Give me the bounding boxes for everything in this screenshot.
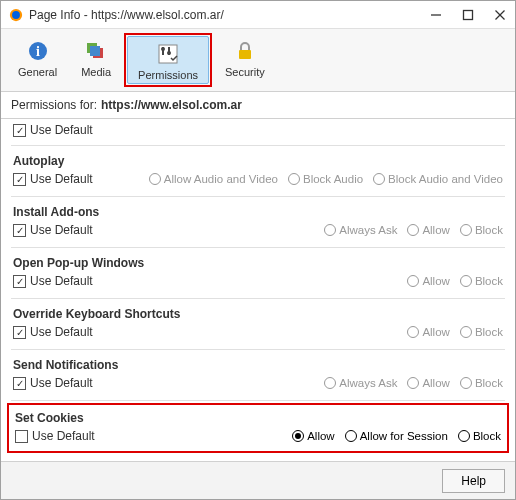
- section-install-addons: Install Add-ons ✓Use Default Always Ask …: [11, 197, 505, 248]
- section-shortcuts: Override Keyboard Shortcuts ✓Use Default…: [11, 299, 505, 350]
- radio-option: Always Ask: [324, 224, 397, 236]
- tab-media[interactable]: Media: [70, 33, 122, 87]
- use-default-checkbox[interactable]: ✓Use Default: [13, 325, 93, 339]
- tab-security[interactable]: Security: [214, 33, 276, 87]
- radio-option: Allow: [407, 224, 449, 236]
- radio-option: Block: [460, 326, 503, 338]
- permissions-list[interactable]: ✓Use Default Autoplay ✓Use Default Allow…: [1, 119, 515, 461]
- svg-text:i: i: [36, 44, 40, 59]
- tab-label: Media: [81, 66, 111, 78]
- section-share-screen: Share the Screen ✓Use Default Always Ask…: [11, 453, 505, 461]
- section-title: Autoplay: [13, 154, 503, 168]
- use-default-checkbox[interactable]: ✓Use Default: [13, 123, 93, 137]
- permissions-for-label: Permissions for:: [11, 98, 97, 112]
- permissions-for: Permissions for: https://www.elsol.com.a…: [1, 92, 515, 119]
- maximize-button[interactable]: [461, 8, 475, 22]
- tab-label: General: [18, 66, 57, 78]
- tab-permissions[interactable]: Permissions: [127, 36, 209, 84]
- radio-option: Allow Audio and Video: [149, 173, 278, 185]
- radio-option: Block: [460, 224, 503, 236]
- svg-rect-3: [464, 10, 473, 19]
- radio-option: Block: [460, 377, 503, 389]
- section-set-cookies: Set Cookies Use Default Allow Allow for …: [7, 403, 509, 453]
- tab-general[interactable]: i General: [7, 33, 68, 87]
- section-notifications: Send Notifications ✓Use Default Always A…: [11, 350, 505, 401]
- help-button[interactable]: Help: [442, 469, 505, 493]
- tab-label: Permissions: [138, 69, 198, 81]
- section-title: Install Add-ons: [13, 205, 503, 219]
- use-default-checkbox[interactable]: Use Default: [15, 429, 95, 443]
- lock-icon: [232, 38, 258, 64]
- use-default-checkbox[interactable]: ✓Use Default: [13, 376, 93, 390]
- section-autoplay: Autoplay ✓Use Default Allow Audio and Vi…: [11, 146, 505, 197]
- section-popups: Open Pop-up Windows ✓Use Default Allow B…: [11, 248, 505, 299]
- window-title: Page Info - https://www.elsol.com.ar/: [29, 8, 429, 22]
- use-default-checkbox[interactable]: ✓Use Default: [13, 223, 93, 237]
- permissions-url: https://www.elsol.com.ar: [101, 98, 242, 112]
- footer: Help: [1, 461, 515, 499]
- radio-option: Allow: [407, 275, 449, 287]
- close-button[interactable]: [493, 8, 507, 22]
- use-default-checkbox[interactable]: ✓Use Default: [13, 172, 93, 186]
- svg-rect-10: [90, 46, 100, 56]
- section-title: Open Pop-up Windows: [13, 256, 503, 270]
- radio-option: Allow: [407, 326, 449, 338]
- tab-label: Security: [225, 66, 265, 78]
- radio-option: Block Audio and Video: [373, 173, 503, 185]
- radio-option: Always Ask: [324, 377, 397, 389]
- highlight-permissions-tab: Permissions: [124, 33, 212, 87]
- radio-option: Allow: [407, 377, 449, 389]
- toolbar: i General Media Permissions Security: [1, 29, 515, 92]
- radio-allow-session[interactable]: Allow for Session: [345, 430, 448, 442]
- svg-point-1: [12, 11, 20, 19]
- svg-point-13: [161, 47, 165, 51]
- firefox-icon: [9, 8, 23, 22]
- info-icon: i: [25, 38, 51, 64]
- section-title: Override Keyboard Shortcuts: [13, 307, 503, 321]
- svg-rect-16: [239, 50, 251, 59]
- section-title: Set Cookies: [15, 411, 501, 425]
- permissions-icon: [155, 41, 181, 67]
- section-title: Send Notifications: [13, 358, 503, 372]
- radio-block[interactable]: Block: [458, 430, 501, 442]
- svg-point-15: [167, 51, 171, 55]
- titlebar: Page Info - https://www.elsol.com.ar/: [1, 1, 515, 29]
- media-icon: [83, 38, 109, 64]
- radio-allow[interactable]: Allow: [292, 430, 334, 442]
- radio-option: Block Audio: [288, 173, 363, 185]
- use-default-checkbox[interactable]: ✓Use Default: [13, 274, 93, 288]
- minimize-button[interactable]: [429, 8, 443, 22]
- radio-option: Block: [460, 275, 503, 287]
- truncated-section: ✓Use Default: [11, 119, 505, 146]
